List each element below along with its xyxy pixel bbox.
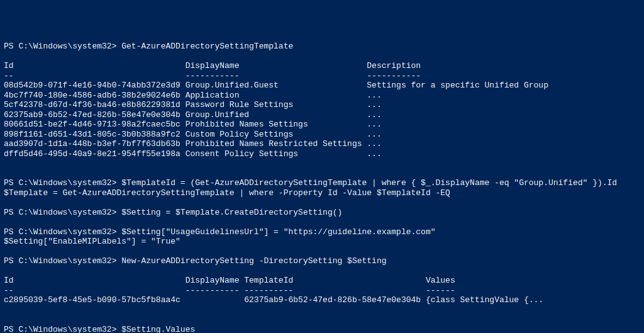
terminal-output[interactable]: PS C:\Windows\system32> Get-AzureADDirec…	[4, 42, 640, 333]
